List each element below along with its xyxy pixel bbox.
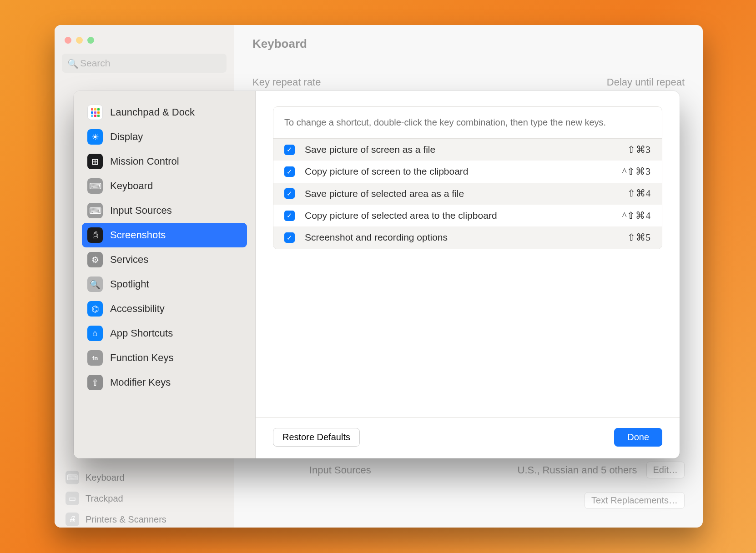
- services-icon: ⚙︎: [87, 252, 103, 267]
- category-label: Screenshots: [110, 229, 166, 241]
- input-icon: ⌨︎: [87, 203, 103, 218]
- shortcut-checkbox[interactable]: ✓: [284, 232, 295, 243]
- category-mission[interactable]: ⊞Mission Control: [82, 149, 247, 174]
- sheet-footer: Restore Defaults Done: [256, 417, 680, 458]
- shortcut-categories: Launchpad & Dock☀︎Display⊞Mission Contro…: [74, 91, 256, 458]
- category-label: Modifier Keys: [110, 377, 171, 388]
- restore-defaults-button[interactable]: Restore Defaults: [273, 428, 360, 447]
- shortcut-keys[interactable]: ⇧⌘3: [627, 144, 651, 156]
- category-launchpad[interactable]: Launchpad & Dock: [82, 100, 247, 125]
- category-label: Function Keys: [110, 352, 173, 364]
- shortcut-label: Copy picture of screen to the clipboard: [305, 165, 612, 178]
- category-modifier[interactable]: ⇧Modifier Keys: [82, 370, 247, 395]
- shortcut-row[interactable]: ✓Copy picture of selected area to the cl…: [273, 205, 662, 226]
- shortcut-row[interactable]: ✓Screenshot and recording options⇧⌘5: [273, 226, 662, 248]
- shortcut-keys[interactable]: ⇧⌘5: [627, 232, 651, 243]
- category-appsc[interactable]: ⌂App Shortcuts: [82, 321, 247, 346]
- category-label: Launchpad & Dock: [110, 106, 195, 118]
- shortcut-label: Save picture of selected area as a file: [305, 187, 617, 200]
- shortcut-label: Save picture of screen as a file: [305, 143, 617, 156]
- shortcut-keys[interactable]: ^⇧⌘4: [622, 210, 651, 221]
- launchpad-icon: [87, 105, 103, 120]
- shortcut-row[interactable]: ✓Save picture of screen as a file⇧⌘3: [273, 139, 662, 161]
- category-label: Mission Control: [110, 156, 179, 167]
- shortcut-label: Screenshot and recording options: [305, 231, 617, 244]
- fn-icon: fn: [87, 350, 103, 366]
- category-accessibility[interactable]: ⌬Accessibility: [82, 297, 247, 321]
- shortcut-label: Copy picture of selected area to the cli…: [305, 209, 612, 222]
- category-label: Input Sources: [110, 205, 172, 216]
- category-display[interactable]: ☀︎Display: [82, 125, 247, 149]
- screenshots-icon: ⎙: [87, 227, 103, 243]
- category-label: Spotlight: [110, 278, 149, 290]
- category-label: Services: [110, 254, 148, 266]
- category-fn[interactable]: fnFunction Keys: [82, 346, 247, 370]
- shortcut-list: ✓Save picture of screen as a file⇧⌘3✓Cop…: [273, 139, 662, 249]
- modifier-icon: ⇧: [87, 375, 103, 390]
- shortcut-checkbox[interactable]: ✓: [284, 188, 295, 199]
- category-label: App Shortcuts: [110, 327, 173, 339]
- category-keyboard[interactable]: ⌨︎Keyboard: [82, 174, 247, 198]
- shortcut-main: To change a shortcut, double-click the k…: [256, 91, 680, 458]
- shortcut-checkbox[interactable]: ✓: [284, 145, 295, 155]
- category-label: Display: [110, 131, 143, 143]
- done-button[interactable]: Done: [614, 428, 662, 447]
- category-screenshots[interactable]: ⎙Screenshots: [82, 223, 247, 247]
- shortcut-pane: To change a shortcut, double-click the k…: [273, 106, 662, 249]
- spotlight-icon: 🔍: [87, 276, 103, 292]
- category-label: Accessibility: [110, 303, 165, 315]
- category-services[interactable]: ⚙︎Services: [82, 247, 247, 272]
- shortcut-checkbox[interactable]: ✓: [284, 211, 295, 221]
- appsc-icon: ⌂: [87, 326, 103, 341]
- shortcut-keys[interactable]: ^⇧⌘3: [622, 166, 651, 177]
- category-input[interactable]: ⌨︎Input Sources: [82, 198, 247, 223]
- mission-icon: ⊞: [87, 154, 103, 169]
- keyboard-icon: ⌨︎: [87, 178, 103, 194]
- shortcut-keys[interactable]: ⇧⌘4: [627, 188, 651, 199]
- shortcut-row[interactable]: ✓Copy picture of screen to the clipboard…: [273, 161, 662, 182]
- keyboard-shortcuts-sheet: Launchpad & Dock☀︎Display⊞Mission Contro…: [74, 91, 680, 458]
- accessibility-icon: ⌬: [87, 301, 103, 317]
- category-label: Keyboard: [110, 180, 153, 192]
- shortcut-checkbox[interactable]: ✓: [284, 166, 295, 177]
- display-icon: ☀︎: [87, 129, 103, 145]
- shortcut-row[interactable]: ✓Save picture of selected area as a file…: [273, 183, 662, 205]
- category-spotlight[interactable]: 🔍Spotlight: [82, 272, 247, 297]
- shortcut-help-text: To change a shortcut, double-click the k…: [273, 107, 662, 139]
